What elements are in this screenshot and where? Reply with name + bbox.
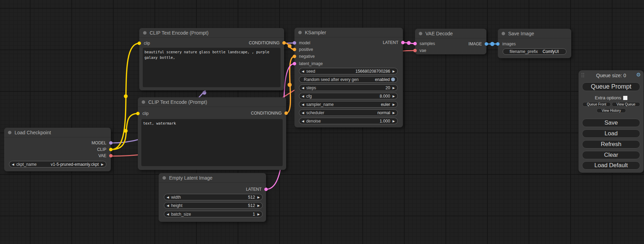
node-title: VAE Decode	[425, 31, 453, 36]
node-title: Save Image	[508, 31, 534, 36]
collapse-dot-icon[interactable]	[419, 32, 422, 35]
positive-prompt-textarea[interactable]: beautiful scenery nature glass bottle la…	[143, 48, 281, 87]
increment-arrow-icon[interactable]: ▶	[392, 111, 395, 115]
model-output-dot[interactable]	[109, 141, 113, 145]
save-button[interactable]: Save	[582, 119, 640, 127]
decrement-arrow-icon[interactable]: ◀	[167, 213, 169, 216]
decrement-arrow-icon[interactable]: ◀	[302, 86, 304, 90]
node-title-bar[interactable]: CLIP Text Encode (Prompt)	[138, 97, 286, 107]
queue-prompt-button[interactable]: Queue Prompt	[582, 82, 640, 91]
decrement-arrow-icon[interactable]: ◀	[167, 196, 169, 199]
height-widget[interactable]: ◀ height 512 ▶	[164, 202, 263, 209]
decrement-arrow-icon[interactable]: ◀	[302, 119, 304, 123]
node-title: Empty Latent Image	[169, 175, 212, 181]
vae-input-dot[interactable]	[413, 49, 417, 52]
node-vae-decode[interactable]: VAE Decode samples vae IMAGE	[415, 29, 486, 54]
increment-arrow-icon[interactable]: ▶	[257, 196, 260, 199]
image-output-dot[interactable]	[485, 42, 488, 46]
sampler-name-widget[interactable]: ◀ sampler_name euler ▶	[299, 101, 398, 108]
decrement-arrow-icon[interactable]: ◀	[167, 204, 169, 207]
samples-input-dot[interactable]	[413, 42, 417, 45]
node-title: KSampler	[305, 30, 326, 35]
node-clip-text-encode-positive[interactable]: CLIP Text Encode (Prompt) clip CONDITION…	[139, 28, 284, 90]
node-empty-latent-image[interactable]: Empty Latent Image LATENT ◀ width 512 ▶ …	[159, 173, 266, 222]
width-widget[interactable]: ◀ width 512 ▶	[164, 194, 263, 200]
decrement-arrow-icon[interactable]: ◀	[302, 70, 304, 73]
conditioning-output-dot[interactable]	[282, 41, 286, 45]
refresh-button[interactable]: Refresh	[582, 140, 640, 148]
increment-arrow-icon[interactable]: ▶	[101, 163, 104, 166]
node-title-bar[interactable]: VAE Decode	[415, 29, 486, 38]
increment-arrow-icon[interactable]: ▶	[257, 213, 260, 216]
latent-output-dot[interactable]	[401, 41, 405, 44]
increment-arrow-icon[interactable]: ▶	[257, 204, 260, 207]
decrement-arrow-icon[interactable]: ◀	[302, 103, 304, 106]
increment-arrow-icon[interactable]: ▶	[392, 119, 395, 123]
node-title-bar[interactable]: Empty Latent Image	[159, 173, 266, 183]
queue-panel[interactable]: Queue size: 0 ⚙ Queue Prompt Extra optio…	[579, 70, 644, 173]
clip-input-dot[interactable]	[138, 42, 141, 45]
node-title: CLIP Text Encode (Prompt)	[148, 99, 207, 105]
load-default-button[interactable]: Load Default	[582, 161, 640, 170]
toggle-enabled-icon[interactable]	[391, 78, 395, 81]
collapse-dot-icon[interactable]	[8, 131, 11, 134]
output-slot-model: MODEL	[91, 141, 111, 145]
input-slot-clip: clip	[138, 111, 149, 116]
node-save-image[interactable]: Save Image images filename_prefix ComfyU…	[498, 29, 571, 58]
seed-widget[interactable]: ◀ seed 156680208700286 ▶	[299, 68, 398, 74]
node-title-bar[interactable]: Save Image	[498, 29, 571, 38]
load-button[interactable]: Load	[582, 129, 640, 138]
collapse-dot-icon[interactable]	[143, 31, 147, 35]
increment-arrow-icon[interactable]: ▶	[392, 103, 395, 106]
view-history-button[interactable]: View History	[597, 108, 626, 113]
decrement-arrow-icon[interactable]: ◀	[302, 111, 304, 115]
decrement-arrow-icon[interactable]: ◀	[12, 163, 14, 166]
increment-arrow-icon[interactable]: ▶	[392, 86, 395, 90]
conditioning-output-dot[interactable]	[284, 111, 288, 115]
node-title-bar[interactable]: CLIP Text Encode (Prompt)	[139, 28, 284, 38]
latent-image-input-dot[interactable]	[293, 62, 296, 65]
increment-arrow-icon[interactable]: ▶	[392, 70, 395, 73]
comfyui-app: { "colors": { "wire_model": "#a98fd6", "…	[0, 0, 644, 244]
positive-input-dot[interactable]	[293, 48, 296, 51]
extra-options-checkbox[interactable]	[623, 96, 627, 100]
clip-input-dot[interactable]	[136, 112, 140, 115]
output-slot-vae: VAE	[98, 154, 111, 158]
ckpt-name-widget[interactable]: ◀ ckpt_name v1-5-pruned-emaonly.ckpt ▶	[9, 161, 106, 168]
extra-options-label: Extra options	[595, 95, 621, 100]
negative-prompt-textarea[interactable]: text, watermark	[141, 119, 283, 166]
cfg-widget[interactable]: ◀ cfg 8.000 ▶	[299, 93, 398, 99]
view-queue-button[interactable]: View Queue	[612, 102, 640, 107]
node-title: CLIP Text Encode (Prompt)	[150, 30, 209, 36]
clear-button[interactable]: Clear	[582, 151, 640, 159]
scheduler-widget[interactable]: ◀ scheduler normal ▶	[299, 109, 398, 116]
steps-widget[interactable]: ◀ steps 20 ▶	[299, 84, 398, 91]
filename-prefix-widget[interactable]: filename_prefix ComfyUI	[503, 48, 566, 55]
random-seed-widget[interactable]: Random seed after every gen enabled	[299, 76, 398, 83]
batch-size-widget[interactable]: ◀ batch_size 1 ▶	[164, 211, 263, 217]
latent-output-dot[interactable]	[264, 188, 268, 191]
input-slot-vae: vae	[415, 48, 426, 53]
vae-output-dot[interactable]	[109, 154, 113, 157]
node-ksampler[interactable]: KSampler model positive negative latent_…	[294, 28, 403, 127]
queue-front-button[interactable]: Queue Front	[582, 102, 611, 107]
images-input-dot[interactable]	[496, 42, 500, 46]
node-title-bar[interactable]: Load Checkpoint	[4, 128, 111, 137]
increment-arrow-icon[interactable]: ▶	[392, 94, 395, 98]
decrement-arrow-icon[interactable]: ◀	[302, 94, 304, 98]
collapse-dot-icon[interactable]	[142, 100, 145, 104]
negative-input-dot[interactable]	[293, 55, 296, 58]
clip-output-dot[interactable]	[109, 148, 113, 151]
collapse-dot-icon[interactable]	[502, 32, 505, 35]
node-clip-text-encode-negative[interactable]: CLIP Text Encode (Prompt) clip CONDITION…	[138, 97, 286, 170]
model-input-dot[interactable]	[293, 41, 296, 45]
collapse-dot-icon[interactable]	[162, 176, 166, 180]
node-title-bar[interactable]: KSampler	[294, 28, 403, 37]
node-load-checkpoint[interactable]: Load Checkpoint MODEL CLIP VAE ◀ ckpt_na…	[4, 128, 111, 171]
input-slot-samples: samples	[415, 42, 435, 46]
settings-gear-icon[interactable]: ⚙	[636, 72, 641, 78]
input-slot-images: images	[498, 42, 516, 46]
collapse-dot-icon[interactable]	[298, 31, 302, 34]
denoise-widget[interactable]: ◀ denoise 1.000 ▶	[299, 118, 398, 124]
drag-handle-icon[interactable]	[582, 73, 584, 78]
